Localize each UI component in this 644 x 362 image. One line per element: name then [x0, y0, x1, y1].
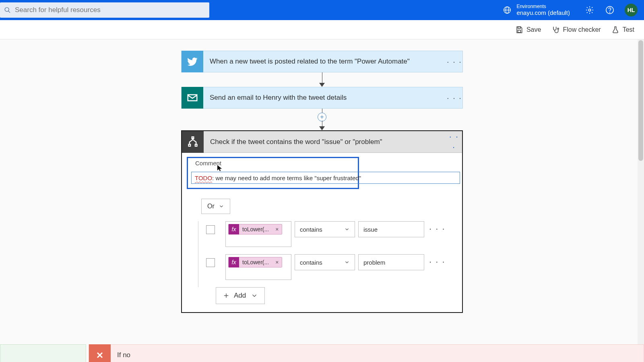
operator-select[interactable]: contains: [295, 221, 355, 237]
group-operator-label: Or: [207, 203, 215, 210]
condition-step: Check if the tweet contains the word "is…: [181, 130, 463, 313]
flask-icon: [611, 26, 619, 34]
comment-text: : we may need to add more terms like "su…: [212, 175, 361, 181]
comment-todo-word: TODO: [195, 175, 212, 181]
user-avatar[interactable]: HL: [625, 4, 638, 16]
operator-label: contains: [300, 259, 322, 266]
connector-with-insert: +: [0, 109, 644, 130]
condition-header[interactable]: Check if the tweet contains the word "is…: [182, 131, 462, 153]
environment-picker[interactable]: Environments enayu.com (default): [503, 4, 570, 16]
mail-icon: [182, 87, 203, 109]
step-more-button[interactable]: · · ·: [446, 132, 462, 152]
trigger-step[interactable]: When a new tweet is posted related to th…: [181, 51, 463, 72]
row-checkbox[interactable]: [206, 225, 215, 234]
add-condition-button[interactable]: Add: [216, 287, 265, 304]
search-icon: [4, 6, 11, 14]
comment-input[interactable]: TODO: we may need to add more terms like…: [191, 172, 460, 184]
token-label: toLower(...: [239, 259, 272, 265]
left-operand-field[interactable]: fx toLower(... ×: [225, 221, 291, 247]
expression-token[interactable]: fx toLower(... ×: [228, 257, 282, 267]
svg-rect-9: [518, 30, 521, 32]
cursor-icon: [216, 165, 223, 173]
svg-point-5: [588, 9, 591, 11]
settings-button[interactable]: [585, 6, 594, 14]
flow-checker-button[interactable]: Flow checker: [551, 26, 601, 34]
if-no-label: If no: [111, 351, 137, 359]
condition-row: fx toLower(... × contains · · ·: [206, 254, 452, 280]
plus-icon: [223, 292, 230, 299]
save-button[interactable]: Save: [515, 26, 541, 34]
svg-rect-13: [195, 144, 197, 146]
group-operator-select[interactable]: Or: [201, 199, 230, 214]
value-input[interactable]: [358, 254, 424, 270]
left-operand-field[interactable]: fx toLower(... ×: [225, 254, 291, 280]
operator-select[interactable]: contains: [295, 254, 355, 270]
condition-row: fx toLower(... × contains · · ·: [206, 221, 452, 247]
fx-icon: fx: [229, 257, 239, 267]
flow-editor-toolbar: Save Flow checker Test: [0, 20, 644, 39]
step-more-button[interactable]: · · ·: [446, 93, 462, 103]
test-button[interactable]: Test: [611, 26, 634, 34]
token-label: toLower(...: [239, 226, 272, 232]
svg-line-1: [8, 11, 10, 12]
connector-arrow: [0, 72, 644, 87]
email-step[interactable]: Send an email to Henry with the tweet de…: [181, 87, 463, 109]
save-label: Save: [526, 26, 541, 33]
stethoscope-icon: [551, 26, 559, 34]
trigger-title: When a new tweet is posted related to th…: [203, 58, 446, 66]
operator-label: contains: [300, 226, 322, 233]
add-label: Add: [234, 292, 246, 300]
chevron-down-icon: [219, 204, 224, 209]
email-title: Send an email to Henry with the tweet de…: [203, 94, 446, 102]
chevron-down-icon: [251, 292, 258, 299]
step-more-button[interactable]: · · ·: [446, 57, 462, 66]
flow-checker-label: Flow checker: [563, 26, 601, 33]
token-remove-button[interactable]: ×: [272, 226, 282, 232]
save-icon: [515, 26, 523, 34]
environment-label: Environments: [516, 4, 570, 9]
close-icon: [89, 344, 111, 362]
svg-point-0: [5, 8, 9, 12]
environment-value: enayu.com (default): [516, 9, 570, 16]
if-yes-branch[interactable]: [0, 344, 86, 362]
expression-token[interactable]: fx toLower(... ×: [228, 224, 282, 234]
search-input[interactable]: [15, 6, 205, 14]
global-search[interactable]: [0, 2, 209, 18]
chevron-down-icon: [344, 259, 350, 265]
app-header: Environments enayu.com (default) HL: [0, 0, 644, 20]
row-checkbox[interactable]: [206, 258, 215, 267]
svg-rect-12: [189, 144, 191, 146]
test-label: Test: [623, 26, 634, 33]
comment-area[interactable]: Comment TODO: we may need to add more te…: [187, 157, 359, 189]
value-input[interactable]: [358, 221, 424, 237]
condition-title: Check if the tweet contains the word "is…: [204, 138, 446, 146]
token-remove-button[interactable]: ×: [272, 259, 282, 265]
gear-icon: [585, 6, 594, 14]
twitter-icon: [182, 51, 203, 72]
chevron-down-icon: [344, 226, 350, 232]
globe-icon: [503, 6, 512, 14]
svg-point-10: [557, 28, 559, 29]
condition-body: Or fx toLower(... ×: [182, 193, 462, 312]
if-no-branch[interactable]: If no: [89, 344, 644, 362]
row-more-button[interactable]: · · ·: [429, 224, 446, 234]
flow-canvas[interactable]: When a new tweet is posted related to th…: [0, 39, 644, 362]
help-button[interactable]: [605, 6, 614, 14]
row-more-button[interactable]: · · ·: [429, 257, 446, 267]
insert-step-button[interactable]: +: [318, 113, 326, 121]
svg-point-7: [610, 12, 610, 12]
help-icon: [605, 6, 614, 14]
svg-rect-8: [518, 27, 521, 28]
condition-icon: [182, 131, 204, 153]
fx-icon: fx: [229, 224, 239, 234]
